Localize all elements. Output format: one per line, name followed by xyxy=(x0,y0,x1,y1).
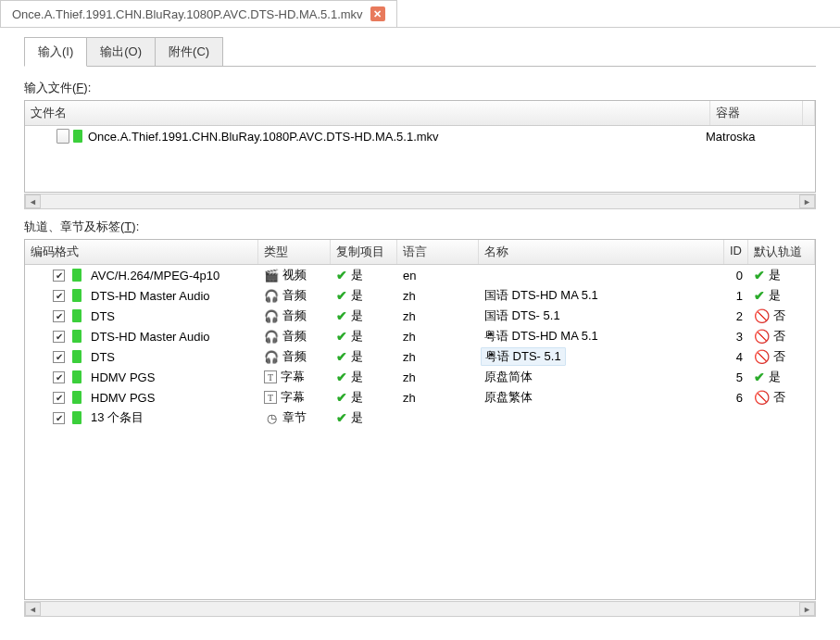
close-icon[interactable]: ✕ xyxy=(370,6,385,21)
cell-lang: zh xyxy=(397,391,479,405)
input-files-body[interactable]: Once.A.Thief.1991.CHN.BluRay.1080P.AVC.D… xyxy=(25,126,815,192)
text-icon: T xyxy=(264,391,277,404)
cell-name: 原盘繁体 xyxy=(479,389,724,406)
clock-icon: ◷ xyxy=(264,410,279,425)
col-header-lang[interactable]: 语言 xyxy=(397,240,479,264)
track-checkbox[interactable] xyxy=(53,351,65,363)
col-header-container[interactable]: 容器 xyxy=(710,101,803,125)
col-header-codec[interactable]: 编码格式 xyxy=(25,240,258,264)
status-square-icon xyxy=(72,309,81,322)
cell-default: ✔ 是 xyxy=(748,267,815,283)
type-text: 音频 xyxy=(282,328,307,345)
cell-copy: ✔是 xyxy=(331,409,397,426)
cell-codec: DTS xyxy=(25,350,258,364)
cell-codec: DTS xyxy=(25,309,258,323)
cell-lang: zh xyxy=(397,370,479,384)
codec-text: DTS xyxy=(91,350,115,364)
tracks-body[interactable]: AVC/H.264/MPEG-4p10🎬视频✔是en0✔ 是DTS-HD Mas… xyxy=(25,265,815,599)
cell-default: 🚫 否 xyxy=(748,348,815,365)
cell-copy: ✔是 xyxy=(331,267,397,283)
file-container: Matroska xyxy=(706,130,809,144)
cell-lang: zh xyxy=(397,289,479,303)
track-row[interactable]: DTS🎧音频✔是zh粤语 DTS- 5.14🚫 否 xyxy=(25,346,815,367)
tracks-h-scrollbar[interactable]: ◄ ► xyxy=(24,601,816,617)
cell-id: 2 xyxy=(724,309,748,323)
clapper-icon: 🎬 xyxy=(264,268,279,282)
track-checkbox[interactable] xyxy=(53,270,65,282)
cell-type: 🎧音频 xyxy=(258,328,331,345)
col-header-name[interactable]: 名称 xyxy=(479,240,724,264)
cell-id: 0 xyxy=(724,269,748,282)
text-icon: T xyxy=(264,370,277,383)
scroll-left-icon[interactable]: ◄ xyxy=(25,602,41,616)
input-files-header: 文件名 容器 xyxy=(25,101,815,126)
files-h-scrollbar[interactable]: ◄ ► xyxy=(24,194,816,209)
track-row[interactable]: HDMV PGST字幕✔是zh原盘繁体6🚫 否 xyxy=(25,387,815,408)
cell-name: 国语 DTS- 5.1 xyxy=(479,307,724,324)
cell-lang: zh xyxy=(397,350,479,364)
col-header-id[interactable]: ID xyxy=(724,240,748,264)
scroll-left-icon[interactable]: ◄ xyxy=(25,195,41,208)
track-checkbox[interactable] xyxy=(53,392,65,404)
check-icon: ✔ xyxy=(336,410,347,425)
track-row[interactable]: 13 个条目◷章节✔是 xyxy=(25,408,815,428)
cell-default: ✔ 是 xyxy=(748,287,815,304)
content-area: 输入(I) 输出(O) 附件(C) 输入文件(F): 文件名 容器 Once.A… xyxy=(0,28,840,617)
cell-id: 5 xyxy=(724,370,748,384)
copy-text: 是 xyxy=(351,389,363,406)
check-icon: ✔ xyxy=(336,329,347,344)
default-text: 否 xyxy=(773,307,785,324)
default-text: 是 xyxy=(769,369,781,385)
col-header-filename[interactable]: 文件名 xyxy=(25,101,710,125)
col-header-type[interactable]: 类型 xyxy=(258,240,331,264)
name-text: 国语 DTS-HD MA 5.1 xyxy=(484,287,598,304)
name-text: 粤语 DTS- 5.1 xyxy=(481,347,566,366)
scroll-right-icon[interactable]: ► xyxy=(799,195,815,208)
document-icon xyxy=(56,129,69,144)
tab-output[interactable]: 输出(O) xyxy=(86,37,156,66)
copy-text: 是 xyxy=(351,267,363,283)
cell-type: 🎧音频 xyxy=(258,287,331,304)
track-checkbox[interactable] xyxy=(53,310,65,322)
col-header-copy[interactable]: 复制项目 xyxy=(331,240,397,264)
tab-input[interactable]: 输入(I) xyxy=(24,37,87,67)
cell-copy: ✔是 xyxy=(331,287,397,304)
track-checkbox[interactable] xyxy=(53,331,65,343)
file-row[interactable]: Once.A.Thief.1991.CHN.BluRay.1080P.AVC.D… xyxy=(25,126,815,146)
cell-default: 🚫 否 xyxy=(748,389,815,406)
track-row[interactable]: DTS-HD Master Audio🎧音频✔是zh粤语 DTS-HD MA 5… xyxy=(25,326,815,346)
status-square-icon xyxy=(72,370,81,383)
track-row[interactable]: DTS🎧音频✔是zh国语 DTS- 5.12🚫 否 xyxy=(25,306,815,326)
file-tab[interactable]: Once.A.Thief.1991.CHN.BluRay.1080P.AVC.D… xyxy=(0,0,397,27)
check-icon: ✔ xyxy=(336,349,347,364)
default-text: 否 xyxy=(773,389,785,406)
track-row[interactable]: DTS-HD Master Audio🎧音频✔是zh国语 DTS-HD MA 5… xyxy=(25,285,815,306)
input-files-panel: 文件名 容器 Once.A.Thief.1991.CHN.BluRay.1080… xyxy=(24,100,816,193)
tab-attachments[interactable]: 附件(C) xyxy=(155,37,223,66)
codec-text: 13 个条目 xyxy=(91,409,144,426)
cell-name: 原盘简体 xyxy=(479,369,724,385)
col-header-default[interactable]: 默认轨道 xyxy=(748,240,815,264)
scroll-right-icon[interactable]: ► xyxy=(799,602,815,616)
check-icon: ✔ xyxy=(336,268,347,282)
status-square-icon xyxy=(72,289,81,302)
tracks-header: 编码格式 类型 复制项目 语言 名称 ID 默认轨道 xyxy=(25,240,815,265)
track-row[interactable]: HDMV PGST字幕✔是zh原盘简体5✔ 是 xyxy=(25,367,815,387)
track-row[interactable]: AVC/H.264/MPEG-4p10🎬视频✔是en0✔ 是 xyxy=(25,265,815,285)
type-text: 章节 xyxy=(282,409,307,426)
default-text: 否 xyxy=(773,348,785,365)
track-checkbox[interactable] xyxy=(53,290,65,302)
status-square-icon xyxy=(72,269,81,282)
type-text: 视频 xyxy=(282,267,307,283)
track-checkbox[interactable] xyxy=(53,412,65,424)
deny-icon: 🚫 xyxy=(754,349,770,364)
headphones-icon: 🎧 xyxy=(264,329,279,344)
status-square-icon xyxy=(72,411,81,424)
track-checkbox[interactable] xyxy=(53,371,65,383)
cell-default: ✔ 是 xyxy=(748,369,815,385)
deny-icon: 🚫 xyxy=(754,308,770,323)
cell-type: 🎧音频 xyxy=(258,307,331,324)
cell-default: 🚫 否 xyxy=(748,307,815,324)
copy-text: 是 xyxy=(351,348,363,365)
copy-text: 是 xyxy=(351,409,363,426)
